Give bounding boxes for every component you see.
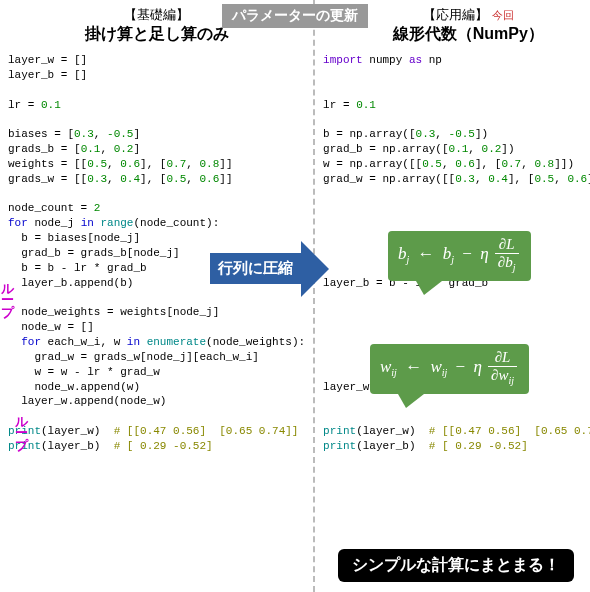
code-keyword: for — [8, 217, 28, 229]
code-builtin: print — [323, 425, 356, 437]
code-token: weights = [[ — [8, 158, 87, 170]
code-number: 0.3 — [74, 128, 94, 140]
code-token: , — [107, 158, 120, 170]
code-token: (layer_w) — [356, 425, 429, 437]
code-line: grad_w = grads_w[node_j][each_w_i] — [8, 351, 259, 363]
code-token: numpy — [363, 54, 409, 66]
code-comment: # [[0.47 0.56] [0.65 0.74]] — [429, 425, 590, 437]
code-token: (node_count): — [133, 217, 219, 229]
code-token: node_j — [28, 217, 81, 229]
header-badge: パラメーターの更新 — [222, 4, 368, 28]
code-token: , — [468, 143, 481, 155]
code-token: np — [422, 54, 442, 66]
code-token: , — [107, 173, 120, 185]
code-keyword: in — [127, 336, 140, 348]
code-builtin: range — [100, 217, 133, 229]
code-line: b = biases[node_j] — [8, 232, 140, 244]
code-number: 0.5 — [166, 173, 186, 185]
formula-text: bj ← bj − η ∂L∂bj — [398, 244, 521, 263]
arrow-label: 行列に圧縮 — [210, 253, 301, 284]
code-number: 0.3 — [416, 128, 436, 140]
code-number: 0.6 — [120, 158, 140, 170]
code-number: 0.5 — [534, 173, 554, 185]
code-number: 0.7 — [501, 158, 521, 170]
code-number: 0.8 — [534, 158, 554, 170]
code-token — [8, 336, 21, 348]
code-token: ], [ — [140, 158, 166, 170]
code-token: b = np.array([ — [323, 128, 415, 140]
code-number: 0.6 — [455, 158, 475, 170]
code-number: 0.1 — [81, 143, 101, 155]
code-token: ]]) — [554, 158, 574, 170]
code-line: node_w = [] — [8, 321, 94, 333]
code-line: b = b - lr * grad_b — [8, 262, 147, 274]
code-builtin: print — [323, 440, 356, 452]
bottom-summary-badge: シンプルな計算にまとまる！ — [338, 549, 574, 582]
code-token: , — [475, 173, 488, 185]
code-line: node_weights = weights[node_j] — [8, 306, 219, 318]
code-token: (layer_b) — [41, 440, 114, 452]
code-line: layer_w = [] — [8, 54, 87, 66]
code-number: 0.1 — [449, 143, 469, 155]
code-number: 0.5 — [422, 158, 442, 170]
code-token: , — [521, 158, 534, 170]
code-comment: # [ 0.29 -0.52] — [114, 440, 213, 452]
code-number: 0.1 — [41, 99, 61, 111]
code-token: (layer_w) — [41, 425, 114, 437]
formula-weight: wij ← wij − η ∂L∂wij — [370, 344, 529, 394]
code-keyword: for — [21, 336, 41, 348]
code-token: , — [186, 158, 199, 170]
code-token: ] — [133, 143, 140, 155]
code-keyword: import — [323, 54, 363, 66]
code-number: 0.2 — [114, 143, 134, 155]
code-token: node_count = — [8, 202, 94, 214]
speech-tail-icon — [416, 281, 442, 295]
code-token: , — [94, 128, 107, 140]
code-number: -0.5 — [107, 128, 133, 140]
code-token: ], [ — [140, 173, 166, 185]
code-number: 0.4 — [120, 173, 140, 185]
right-konkai-text: 今回 — [492, 9, 514, 21]
compress-arrow: 行列に圧縮 — [210, 253, 301, 284]
arrow-head-icon — [301, 241, 329, 297]
code-token: ]) — [501, 143, 514, 155]
code-number: 0.7 — [166, 158, 186, 170]
code-token: ], [ — [475, 158, 501, 170]
code-keyword: in — [81, 217, 94, 229]
inner-loop-label: ループ — [12, 408, 30, 444]
right-column: 【応用編】今回 線形代数（NumPy） import numpy as np l… — [315, 0, 590, 592]
code-token: ] — [133, 128, 140, 140]
left-column: 【基礎編】 掛け算と足し算のみ layer_w = [] layer_b = [… — [0, 0, 315, 592]
code-number: 2 — [94, 202, 101, 214]
code-token: ]] — [219, 173, 232, 185]
code-token: grads_b = [ — [8, 143, 81, 155]
code-token: , — [554, 173, 567, 185]
code-comment: # [ 0.29 -0.52] — [429, 440, 528, 452]
code-comment: # [[0.47 0.56] [0.65 0.74]] — [114, 425, 299, 437]
code-token: (layer_b) — [356, 440, 429, 452]
formula-bias: bj ← bj − η ∂L∂bj — [388, 231, 531, 281]
code-token: , — [435, 128, 448, 140]
code-keyword: as — [409, 54, 422, 66]
code-token: ]) — [475, 128, 488, 140]
code-token: (node_weights): — [206, 336, 305, 348]
code-token: biases = [ — [8, 128, 74, 140]
formula-text: wij ← wij − η ∂L∂wij — [380, 357, 519, 376]
code-line: node_w.append(w) — [8, 381, 140, 393]
code-number: 0.3 — [87, 173, 107, 185]
code-token: , — [442, 158, 455, 170]
code-number: 0.5 — [87, 158, 107, 170]
code-number: 0.1 — [356, 99, 376, 111]
code-number: -0.5 — [449, 128, 475, 140]
code-number: 0.3 — [455, 173, 475, 185]
code-line: layer_b.append(b) — [8, 277, 133, 289]
code-token: ]] — [219, 158, 232, 170]
speech-tail-icon — [398, 394, 424, 408]
code-number: 0.4 — [488, 173, 508, 185]
code-token: grad_b = np.array([ — [323, 143, 448, 155]
code-token: , — [186, 173, 199, 185]
code-number: 0.8 — [199, 158, 219, 170]
code-line: layer_b = [] — [8, 69, 87, 81]
right-label-text: 【応用編】 — [423, 7, 488, 22]
code-token: lr = — [323, 99, 356, 111]
